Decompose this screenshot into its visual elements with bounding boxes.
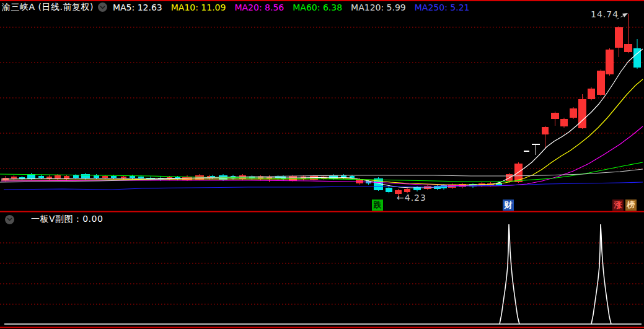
candle-body [624, 44, 632, 52]
candle-body [11, 177, 17, 178]
candle-body [404, 189, 410, 192]
candle-body [588, 89, 595, 99]
chart-marker-1[interactable]: 财 [503, 200, 514, 211]
subchart-header: 一板V副图 : 0.00 [5, 214, 103, 225]
candle-body [578, 99, 586, 128]
signal-spike [591, 224, 611, 324]
candle-body [386, 188, 392, 192]
ma-line-ma250 [4, 182, 643, 190]
candle-body [46, 177, 52, 178]
candle-body [542, 127, 549, 134]
candle-body [597, 71, 605, 95]
candle-body [570, 108, 577, 118]
candle-body [111, 176, 117, 178]
chevron-down-icon[interactable] [5, 215, 14, 224]
chart-marker-2[interactable]: 涨 [612, 200, 624, 211]
chart-canvas [0, 0, 644, 329]
candle-body [73, 175, 79, 178]
ma60-legend: MA60: 6.38 [293, 2, 342, 12]
stock-title: 渝三峡A (日线.前复权) [2, 2, 94, 13]
high-arrow-head [622, 13, 628, 17]
candle-body [606, 50, 614, 74]
candle-body [239, 175, 246, 179]
chart-marker-0[interactable]: 跌 [372, 200, 383, 211]
candle-body [560, 119, 568, 126]
main-chart-header: 渝三峡A (日线.前复权) MA5: 12.63 MA10: 11.09 MA2… [2, 1, 479, 13]
candle-body [81, 174, 90, 178]
candle-body [55, 175, 61, 178]
ma10-legend: MA10: 11.09 [171, 2, 226, 12]
low-price-label: ←4.23 [397, 193, 426, 203]
stock-chart-window: 渝三峡A (日线.前复权) MA5: 12.63 MA10: 11.09 MA2… [0, 0, 644, 329]
candle-body [615, 27, 623, 48]
ma5-legend: MA5: 12.63 [113, 2, 162, 12]
subchart-title: 一板V副图 : 0.00 [31, 214, 103, 225]
ma-line-ma5 [1, 49, 643, 188]
ma250-legend: MA250: 5.21 [415, 2, 470, 12]
high-price-label: 14.74 [591, 9, 619, 19]
candle-body [94, 175, 99, 178]
signal-spike [500, 224, 519, 324]
ma20-legend: MA20: 8.56 [234, 2, 284, 12]
chevron-down-icon[interactable] [98, 2, 107, 12]
candle-body [130, 176, 135, 178]
candle-body [102, 176, 108, 178]
candle-body [551, 113, 559, 119]
ma120-legend: MA120: 5.99 [351, 2, 406, 12]
chart-marker-3[interactable]: 榜 [625, 200, 637, 211]
candle-body [38, 176, 44, 178]
